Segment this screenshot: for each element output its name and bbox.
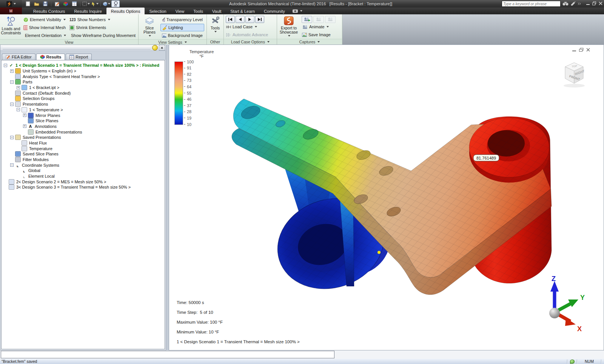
expand-minus-icon[interactable]: − — [10, 80, 14, 84]
edit-fea-icon[interactable] — [53, 1, 61, 7]
menu-tab-results-options[interactable]: Results Options — [106, 8, 145, 14]
load-case-button[interactable]: Load Case — [225, 23, 274, 31]
tree-item[interactable]: +Unit Systems < English (in) > — [2, 68, 165, 74]
view-cube-icon[interactable] — [103, 1, 110, 7]
tree-item[interactable]: +1 < Bracket.ipt > — [2, 85, 165, 91]
tree-item[interactable]: Embedded Presentations — [2, 129, 165, 135]
tree-item[interactable]: Selection Groups — [2, 96, 165, 101]
show-numbers-button[interactable]: 123 Show Numbers — [68, 16, 137, 23]
tree-item[interactable]: Heat Flux — [2, 140, 165, 146]
expand-minus-icon[interactable]: − — [10, 163, 14, 167]
screen-capture-menu-icon[interactable] — [290, 8, 305, 14]
save-image-button[interactable]: Save Image — [300, 31, 340, 38]
new-file-icon[interactable] — [24, 1, 32, 7]
mdi-restore-icon[interactable] — [579, 48, 584, 52]
tree-item[interactable]: ⌞Element Local — [2, 174, 165, 179]
app-logo-button[interactable] — [0, 0, 22, 8]
save-icon[interactable] — [42, 1, 49, 7]
expand-minus-icon[interactable]: − — [10, 103, 14, 106]
model-viewport[interactable]: 81.761489 Temperature °F 100918273645546… — [169, 45, 604, 350]
tree-item[interactable]: −Saved Presentations — [2, 135, 165, 140]
toolbar-overflow-icon[interactable] — [578, 2, 581, 6]
tree-item[interactable]: −Presentations — [2, 101, 165, 107]
view-cube[interactable]: FRONT RIGHT TOP — [560, 58, 589, 89]
shrink-elements-button[interactable]: Shrink Elements — [68, 24, 137, 31]
tab-results[interactable]: Results — [36, 54, 65, 60]
inquire-results-icon[interactable] — [111, 0, 120, 7]
tree-item[interactable]: +Mirror Planes — [2, 112, 165, 118]
tree-item[interactable]: Filter Modules — [2, 157, 165, 163]
minimize-icon[interactable] — [586, 2, 590, 6]
first-load-case-button[interactable] — [226, 16, 235, 23]
tree-item[interactable]: +AAnnotations — [2, 124, 165, 129]
tree-item[interactable]: −Parts — [2, 79, 165, 85]
tree-item[interactable]: −1 < Temperature > — [2, 107, 165, 113]
tree-item[interactable]: Saved Slice Planes — [2, 151, 165, 157]
search-binoculars-icon[interactable] — [562, 1, 569, 6]
ribbon-group-label[interactable]: Captures — [277, 39, 342, 45]
menu-tab-vault[interactable]: Vault — [208, 8, 226, 14]
animate-button[interactable]: Animate — [300, 23, 340, 31]
expand-plus-icon[interactable]: + — [10, 69, 14, 73]
tree-item[interactable]: −⌞Coordinate Systems — [2, 162, 165, 168]
ribbon-group-label[interactable]: Load Case Options — [224, 39, 277, 45]
menu-tab-community[interactable]: Community — [259, 8, 290, 14]
menu-tab-start-learn[interactable]: Start & Learn — [226, 8, 259, 14]
transparency-level-button[interactable]: Transparency Level — [160, 16, 204, 23]
menu-tab-results-inquire[interactable]: Results Inquire — [69, 8, 106, 14]
expand-plus-icon[interactable]: + — [23, 124, 26, 128]
pushpin-icon[interactable] — [152, 45, 158, 51]
tab-fea-editor[interactable]: FEA Editor — [2, 54, 35, 60]
expand-plus-icon[interactable]: + — [23, 114, 26, 117]
element-visibility-button[interactable]: Element Visibility — [22, 16, 67, 23]
material-cube-icon[interactable] — [62, 1, 69, 7]
show-internal-mesh-button[interactable]: Show Internal Mesh — [22, 24, 67, 31]
selection-cursor-icon[interactable] — [91, 1, 99, 7]
next-load-case-button[interactable] — [245, 16, 254, 23]
export-to-showcase-button[interactable]: Export to Showcase — [278, 15, 300, 37]
ribbon-group-label[interactable]: View Settings — [139, 39, 206, 45]
tree-item[interactable]: Temperature — [2, 146, 165, 151]
menu-tab-tools[interactable]: Tools — [189, 8, 208, 14]
mdi-close-icon[interactable] — [586, 48, 590, 52]
expand-minus-icon[interactable]: − — [17, 108, 20, 111]
selection-shape-icon[interactable] — [82, 1, 90, 7]
mdi-minimize-icon[interactable] — [572, 48, 576, 52]
status-balloon-icon[interactable] — [570, 359, 575, 364]
restore-icon[interactable] — [592, 2, 596, 6]
tree-item[interactable]: ⌞Global — [2, 168, 165, 174]
app-menu-m-badge[interactable]: M — [0, 8, 22, 14]
open-file-icon[interactable] — [33, 1, 40, 7]
last-load-case-button[interactable] — [255, 16, 264, 23]
tree-item[interactable]: Slice Planes — [2, 118, 165, 124]
tab-report[interactable]: Report — [66, 54, 92, 60]
panel-close-button[interactable] — [159, 45, 165, 51]
tree-item[interactable]: Contact (Default: Bonded) — [2, 90, 165, 96]
background-image-button[interactable]: Background Image — [160, 32, 204, 39]
element-orientation-button[interactable]: Element Orientation — [22, 32, 67, 39]
tree-item[interactable]: 3< Design Scenario 3 = Transient Thermal… — [2, 184, 165, 190]
lighting-button[interactable]: Lighting — [160, 24, 204, 31]
keyword-search-input[interactable] — [502, 1, 561, 7]
close-icon[interactable] — [599, 2, 602, 6]
loads-and-constraints-button[interactable]: Loads and Constraints — [1, 15, 21, 35]
tree-item[interactable]: 2< Design Scenario 2 = MES = Mesh size 5… — [2, 179, 165, 184]
menu-tab-selection[interactable]: Selection — [145, 8, 171, 14]
log-input[interactable] — [1, 351, 334, 358]
tree-item[interactable]: −✓1 < Design Scenatio 1 = Transient Ther… — [2, 63, 165, 68]
probe-point[interactable] — [378, 251, 381, 254]
menu-tab-results-contours[interactable]: Results Contours — [29, 8, 69, 14]
previous-load-case-button[interactable] — [236, 16, 245, 23]
tools-button[interactable]: Tools — [208, 15, 223, 32]
report-table-icon[interactable] — [71, 1, 78, 7]
expand-minus-icon[interactable]: − — [4, 64, 7, 67]
start-animation-icon[interactable] — [302, 16, 312, 23]
panel-splitter[interactable] — [166, 45, 169, 350]
communication-center-icon[interactable] — [570, 1, 576, 6]
panel-grab-handle[interactable] — [3, 46, 151, 49]
slice-planes-button[interactable]: Slice Planes — [139, 15, 160, 37]
expand-minus-icon[interactable]: − — [10, 136, 14, 139]
show-wireframe-button[interactable]: Show Wireframe During Movement — [68, 32, 137, 39]
menu-tab-view[interactable]: View — [171, 8, 189, 14]
expand-plus-icon[interactable]: + — [17, 86, 20, 89]
